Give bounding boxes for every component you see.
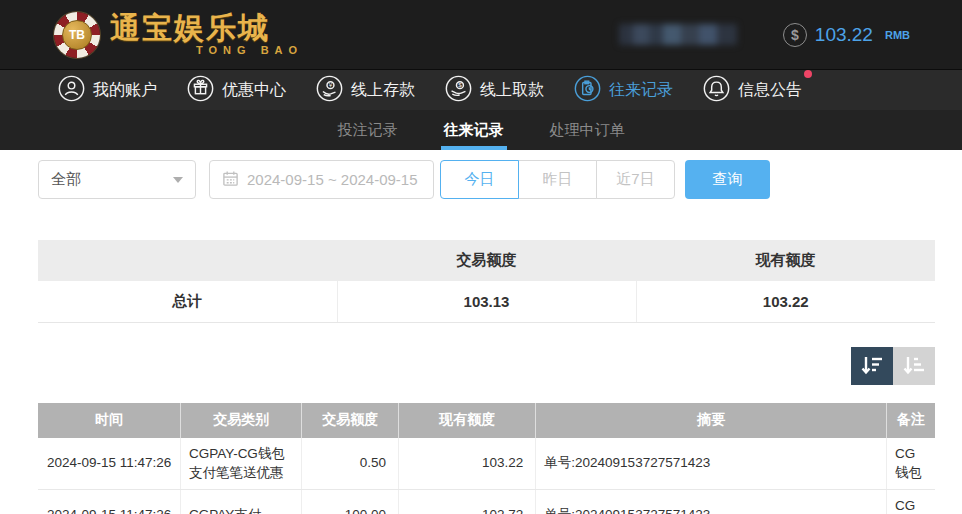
chip-label: TB [62, 20, 92, 50]
tab-label: 投注记录 [338, 121, 398, 140]
svg-text:¥: ¥ [329, 81, 333, 88]
summary-total-transaction: 103.13 [337, 281, 636, 322]
cell-amount: 0.50 [302, 438, 399, 490]
col-header-remark: 备注 [887, 403, 935, 438]
balance-amount: 103.22 [815, 24, 873, 46]
tab-processing-orders[interactable]: 处理中订单 [547, 110, 628, 150]
cell-time: 2024-09-15 11:47:26 [38, 489, 181, 514]
top-header: TB 通宝娱乐城 TONG BAO $ 103.22 RMB [0, 0, 962, 69]
col-header-type: 交易类别 [181, 403, 302, 438]
summary-total-row: 总计 103.13 103.22 [38, 281, 935, 322]
nav-item-withdraw[interactable]: $ 线上取款 [445, 75, 544, 106]
tab-transaction-records[interactable]: 往来记录 [441, 110, 507, 150]
nav-item-promotions[interactable]: 优惠中心 [187, 75, 286, 106]
balance-display[interactable]: $ 103.22 RMB [783, 23, 910, 47]
chevron-down-icon [173, 177, 183, 183]
sort-controls [38, 347, 935, 385]
type-select[interactable]: 全部 [38, 160, 196, 199]
brand-name-cn: 通宝娱乐城 [110, 13, 303, 43]
records-header-row: 时间 交易类别 交易额度 现有额度 摘要 备注 [38, 403, 935, 438]
record-row: 2024-09-15 11:47:26 CGPAY支付 100.00 102.7… [38, 489, 935, 514]
col-header-time: 时间 [38, 403, 181, 438]
dollar-circle-icon: $ [783, 23, 807, 47]
cell-type: CGPAY支付 [181, 489, 302, 514]
summary-total-label: 总计 [38, 281, 337, 322]
quick-range-yesterday[interactable]: 昨日 [518, 160, 597, 199]
main-content: 全部 2024-09-15 ~ 2024-09-15 今日 昨日 近7日 查询 [0, 150, 962, 514]
type-select-value: 全部 [51, 170, 81, 189]
casino-chip-icon: TB [54, 12, 100, 58]
tab-label: 往来记录 [444, 121, 504, 140]
nav-item-deposit[interactable]: ¥ 线上存款 [316, 75, 415, 106]
cell-summary: 单号:202409153727571423 [536, 489, 887, 514]
balance-currency: RMB [885, 29, 910, 41]
tab-betting-records[interactable]: 投注记录 [335, 110, 401, 150]
filter-bar: 全部 2024-09-15 ~ 2024-09-15 今日 昨日 近7日 查询 [38, 160, 935, 199]
tab-label: 处理中订单 [550, 121, 625, 140]
date-range-value: 2024-09-15 ~ 2024-09-15 [247, 171, 418, 188]
withdraw-icon: $ [445, 75, 472, 106]
summary-total-balance: 103.22 [636, 281, 935, 322]
nav-item-my-account[interactable]: 我的账户 [58, 75, 157, 106]
quick-range-last7days[interactable]: 近7日 [596, 160, 675, 199]
nav-item-label: 线上存款 [351, 80, 415, 101]
nav-item-announcements[interactable]: 信息公告 [703, 75, 802, 106]
user-icon [58, 75, 85, 106]
nav-item-label: 我的账户 [93, 80, 157, 101]
main-nav: 我的账户 优惠中心 ¥ 线上存款 $ 线上取款 [0, 69, 962, 110]
summary-header-row: 交易额度 现有额度 [38, 240, 935, 281]
brand-logo[interactable]: TB 通宝娱乐城 TONG BAO [54, 12, 303, 58]
brand-name-en: TONG BAO [196, 45, 303, 56]
nav-item-transaction-records[interactable]: 往来记录 [574, 75, 673, 106]
sort-descending-button[interactable] [851, 347, 893, 385]
cell-remark: CG钱包 [887, 438, 935, 490]
cell-time: 2024-09-15 11:47:26 [38, 438, 181, 490]
bell-icon [703, 75, 730, 106]
cell-amount: 100.00 [302, 489, 399, 514]
sort-ascending-button[interactable] [893, 347, 935, 385]
col-header-summary: 摘要 [536, 403, 887, 438]
cell-type: CGPAY-CG钱包支付笔笔送优惠 [181, 438, 302, 490]
nav-item-label: 线上取款 [480, 80, 544, 101]
query-button[interactable]: 查询 [685, 160, 770, 199]
record-row: 2024-09-15 11:47:26 CGPAY-CG钱包支付笔笔送优惠 0.… [38, 438, 935, 490]
quick-range-group: 今日 昨日 近7日 [440, 160, 675, 199]
svg-text:$: $ [458, 81, 462, 88]
nav-item-label: 信息公告 [738, 80, 802, 101]
date-range-input[interactable]: 2024-09-15 ~ 2024-09-15 [209, 160, 434, 199]
cell-summary: 单号:202409153727571423 [536, 438, 887, 490]
cell-balance: 103.22 [399, 438, 536, 490]
nav-item-label: 往来记录 [609, 80, 673, 101]
quick-range-today[interactable]: 今日 [440, 160, 519, 199]
calendar-icon [222, 170, 239, 190]
col-header-balance: 现有额度 [399, 403, 536, 438]
summary-header-balance: 现有额度 [636, 240, 935, 281]
gift-icon [187, 75, 214, 106]
col-header-amount: 交易额度 [302, 403, 399, 438]
record-tabs: 投注记录 往来记录 处理中订单 [0, 110, 962, 150]
nav-item-label: 优惠中心 [222, 80, 286, 101]
deposit-icon: ¥ [316, 75, 343, 106]
summary-table: 交易额度 现有额度 总计 103.13 103.22 [38, 240, 935, 323]
username-blurred [619, 24, 737, 45]
cell-remark: CG钱包 [887, 489, 935, 514]
notification-dot [804, 70, 812, 78]
summary-header-empty [38, 240, 337, 281]
cell-balance: 102.72 [399, 489, 536, 514]
records-icon [574, 75, 601, 106]
summary-header-transaction: 交易额度 [337, 240, 636, 281]
records-table: 时间 交易类别 交易额度 现有额度 摘要 备注 2024-09-15 11:47… [38, 403, 935, 514]
